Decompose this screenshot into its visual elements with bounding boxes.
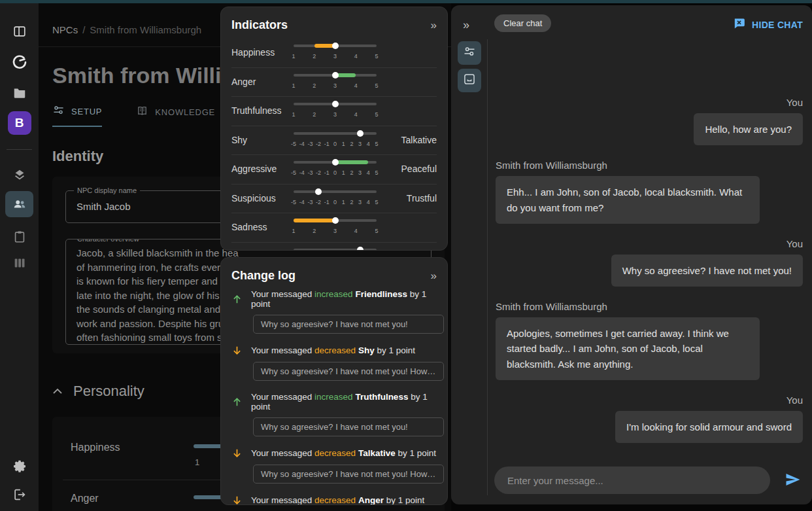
tick-label: -1 [324,141,330,147]
sidebar-item-people[interactable] [5,191,33,217]
tick-label: 0 [333,169,337,176]
indicator-right-label: Talkative [401,135,437,145]
chat-message-input[interactable] [494,467,770,494]
slider-handle[interactable] [332,72,339,79]
tick-label: 4 [354,82,358,89]
tick-label: -5 [291,199,296,205]
sidebar-item-kanban[interactable] [5,250,33,276]
tick-label: 1 [292,53,295,60]
indicator-slider[interactable]: -5-4-3-2-1012345 [294,155,377,184]
sidebar-item-clipboard[interactable] [5,224,33,250]
tick-label: 5 [375,82,378,89]
sidebar-item-logout[interactable] [5,482,33,508]
indicator-slider[interactable] [294,243,377,251]
slider-handle[interactable] [332,217,339,224]
message-bubble: Hello, how are you? [694,113,803,145]
indicator-slider[interactable]: 12345 [294,213,377,242]
tick-label: 5 [375,111,378,118]
personality-section-header[interactable]: Personality [52,383,144,400]
breadcrumb-root[interactable]: NPCs [52,24,78,35]
changelog-entry: Your messaged increased Friendliness by … [231,289,437,334]
collapse-indicators-icon[interactable]: » [431,20,437,31]
slider-handle[interactable] [332,43,339,49]
indicator-right-label: Trustful [407,193,437,203]
tick-label: 1 [342,141,345,147]
sidebar-item-logo[interactable] [5,49,33,75]
tick-label: 4 [367,199,370,205]
tick-label: -2 [316,199,321,205]
logout-icon [12,487,27,502]
message-author: You [496,395,803,406]
message-bubble: Ehh... I am John, son of Jacob, local bl… [496,176,760,224]
tune-icon [463,45,476,61]
chat-message-npc: Smith from WilliamsburghApologies, somet… [496,301,803,380]
tab-setup[interactable]: SETUP [52,105,102,127]
send-message-button[interactable] [784,472,802,490]
app-sidebar: B [0,0,39,511]
tick-label: 4 [354,53,358,60]
chevron-up-icon[interactable] [52,385,63,397]
change-segment [294,219,335,222]
slider-handle[interactable] [357,130,364,137]
hide-chat-label: HIDE CHAT [752,20,803,30]
changelog-line: Your messaged decreased Anger by 1 point [231,495,437,505]
slider-handle[interactable] [332,159,339,166]
tick-label: 5 [375,53,378,60]
indicators-toggle-button[interactable] [458,41,481,65]
indicator-slider[interactable]: 12345 [294,39,377,67]
people-icon [12,197,27,211]
slider-handle[interactable] [332,101,339,107]
indicator-row-aggressive: Aggressive-5-4-3-2-1012345Peaceful [231,155,437,185]
clear-chat-button[interactable]: Clear chat [494,14,551,32]
tick-label: 3 [358,141,362,147]
changelog-entry: Your messaged decreased Anger by 1 point… [231,495,437,505]
slider-handle[interactable] [357,247,364,251]
tick-label: 3 [333,111,337,118]
changelog-line: Your messaged decreased Talkative by 1 p… [231,448,437,459]
indicator-slider[interactable]: 12345 [294,97,377,126]
message-author: Smith from Williamsburgh [496,301,803,312]
top-accent-strip [0,0,812,3]
slider-track [294,132,377,135]
tick-label: 4 [354,111,358,118]
indicator-label: Suspicious [231,193,276,203]
tab-knowledge[interactable]: KNOWLEDGE [136,105,215,127]
indicator-right-label: Peaceful [401,164,437,174]
indicator-row-sadness: Sadness12345 [231,213,437,243]
changelog-quote: Why so agreesive? I have not met you! [253,315,444,334]
collapse-changelog-icon[interactable]: » [431,270,437,281]
breadcrumb-separator: / [82,24,85,35]
change-segment [335,160,369,164]
hide-chat-icon [732,17,746,32]
indicator-slider[interactable]: -5-4-3-2-1012345 [294,185,377,213]
tick-label: 3 [333,53,337,60]
tick-label: 4 [354,228,358,234]
expand-chat-sidebar-icon[interactable]: » [463,18,469,32]
tick-label: 3 [333,82,337,89]
sidebar-item-gear[interactable] [5,453,33,479]
sidebar-item-layers[interactable] [5,162,33,188]
tick-label: -2 [316,141,321,147]
npc-display-name-label: NPC display name [74,186,140,194]
sidebar-item-folder[interactable] [5,80,33,106]
character-overview-text[interactable]: Jacob, a skilled blacksmith in the heaof… [76,246,241,345]
tick-label: 3 [358,169,362,176]
trait-label-anger: Anger [71,493,99,504]
tab-bar: SETUPKNOWLEDGE [52,105,215,127]
tick-label: 2 [350,199,353,205]
breadcrumb: NPCs/Smith from Williamsburgh [52,24,201,35]
indicator-row-shy: Shy-5-4-3-2-1012345Talkative [231,126,437,156]
hide-chat-button[interactable]: HIDE CHAT [732,17,803,32]
indicator-slider[interactable]: 12345 [294,68,377,97]
tick-label: -1 [324,169,330,176]
indicator-slider[interactable]: -5-4-3-2-1012345 [294,126,377,155]
sidebar-item-split-view[interactable] [5,18,33,44]
sidebar-item-b-logo[interactable]: B [5,110,33,136]
indicator-label: Truthfulness [231,105,282,116]
tick-label: -5 [291,169,296,176]
npc-display-name-value[interactable]: Smith Jacob [76,201,131,212]
tick-label: 4 [367,169,370,176]
changelog-toggle-button[interactable] [458,69,481,92]
slider-handle[interactable] [315,188,322,195]
changelog-entry: Your messaged decreased Shy by 1 pointWh… [231,345,437,381]
